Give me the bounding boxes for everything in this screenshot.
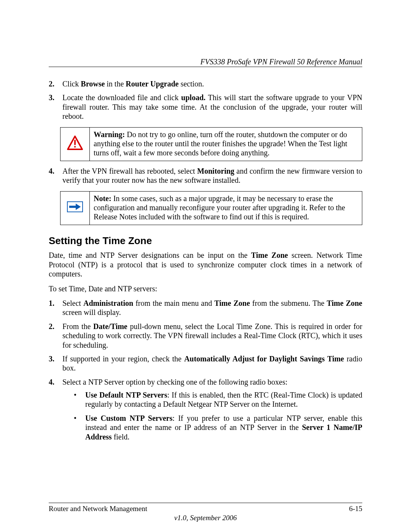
text: section. xyxy=(178,80,204,88)
tz-step-2: 2. From the Date/Time pull-down menu, se… xyxy=(49,322,362,350)
text: Do not try to go online, turn off the ro… xyxy=(94,130,347,157)
step-number: 4. xyxy=(49,377,54,387)
warning-callout: Warning: Do not try to go online, turn o… xyxy=(60,127,362,161)
text: field. xyxy=(112,433,130,441)
text: Locate the downloaded file and click xyxy=(62,93,181,102)
bold: Browse xyxy=(81,80,105,88)
bold: Router Upgrade xyxy=(126,80,178,88)
document-header-title: FVS338 ProSafe VPN Firewall 50 Reference… xyxy=(201,57,362,66)
intro-paragraph: Date, time and NTP Server designations c… xyxy=(49,251,362,278)
step-number: 2. xyxy=(49,79,54,88)
note-callout: Note: In some cases, such as a major upg… xyxy=(60,191,362,225)
text: In some cases, such as a major upgrade, … xyxy=(94,194,345,221)
ntp-option-default: Use Default NTP Servers: If this is enab… xyxy=(74,390,362,409)
bold: Date/Time xyxy=(93,322,127,331)
leadin-paragraph: To set Time, Date and NTP servers: xyxy=(49,284,362,293)
bold: Time Zone xyxy=(251,251,288,259)
step-3: 3. Locate the downloaded file and click … xyxy=(49,93,362,121)
text: in the xyxy=(105,80,126,88)
text: Click xyxy=(62,80,81,88)
footer-rule xyxy=(49,503,362,503)
warning-icon-cell xyxy=(61,128,90,161)
text: After the VPN firewall has rebooted, sel… xyxy=(62,167,197,175)
note-icon-cell xyxy=(61,192,90,225)
warning-label: Warning: xyxy=(94,130,125,139)
text: Date, time and NTP Server designations c… xyxy=(49,251,251,259)
text: If supported in your region, check the xyxy=(62,355,184,363)
text: Select xyxy=(62,299,83,307)
footer-chapter-title: Router and Network Management xyxy=(49,504,147,513)
svg-rect-3 xyxy=(69,206,76,208)
bold: Use Custom NTP Servers xyxy=(85,414,172,422)
text: from the submenu. The xyxy=(250,299,327,307)
step-number: 1. xyxy=(49,299,54,308)
svg-rect-1 xyxy=(74,146,76,148)
bold: Administration xyxy=(83,299,133,307)
step-4: 4. After the VPN firewall has rebooted, … xyxy=(49,166,362,185)
text: Select a NTP Server option by checking o… xyxy=(62,378,287,386)
warning-triangle-icon xyxy=(67,136,83,152)
bold: Automatically Adjust for Daylight Saving… xyxy=(184,355,344,363)
bold: Use Default NTP Servers xyxy=(85,391,167,399)
tz-step-3: 3. If supported in your region, check th… xyxy=(49,354,362,373)
ntp-options-list: Use Default NTP Servers: If this is enab… xyxy=(62,390,362,441)
text: From the xyxy=(62,322,93,331)
bold: upload. xyxy=(181,93,206,102)
content-area: 2. Click Browse in the Router Upgrade se… xyxy=(49,79,362,441)
bold: Time Zone xyxy=(214,299,250,307)
timezone-steps: 1. Select Administration from the main m… xyxy=(49,299,362,441)
bold: Monitoring xyxy=(197,167,234,175)
svg-rect-0 xyxy=(74,140,76,145)
arrow-right-icon xyxy=(67,201,83,214)
step-number: 2. xyxy=(49,322,54,331)
note-label: Note: xyxy=(94,194,112,203)
footer-page-number: 6-15 xyxy=(349,504,362,513)
document-page: FVS338 ProSafe VPN Firewall 50 Reference… xyxy=(0,0,411,532)
text: from the main menu and xyxy=(133,299,214,307)
upgrade-steps-after-warning: 4. After the VPN firewall has rebooted, … xyxy=(49,166,362,185)
text: screen will display. xyxy=(62,308,121,316)
tz-step-4: 4. Select a NTP Server option by checkin… xyxy=(49,377,362,441)
footer-version: v1.0, September 2006 xyxy=(0,513,411,522)
section-heading-time-zone: Setting the Time Zone xyxy=(49,235,362,247)
bold: Time Zone xyxy=(327,299,362,307)
tz-step-1: 1. Select Administration from the main m… xyxy=(49,299,362,317)
step-number: 3. xyxy=(49,93,54,102)
step-2: 2. Click Browse in the Router Upgrade se… xyxy=(49,79,362,88)
ntp-option-custom: Use Custom NTP Servers: If you prefer to… xyxy=(74,414,362,441)
step-number: 4. xyxy=(49,166,54,176)
upgrade-steps-continued: 2. Click Browse in the Router Upgrade se… xyxy=(49,79,362,121)
warning-text: Warning: Do not try to go online, turn o… xyxy=(90,128,362,161)
step-number: 3. xyxy=(49,354,54,363)
header-rule xyxy=(49,67,362,67)
note-text: Note: In some cases, such as a major upg… xyxy=(90,192,362,225)
